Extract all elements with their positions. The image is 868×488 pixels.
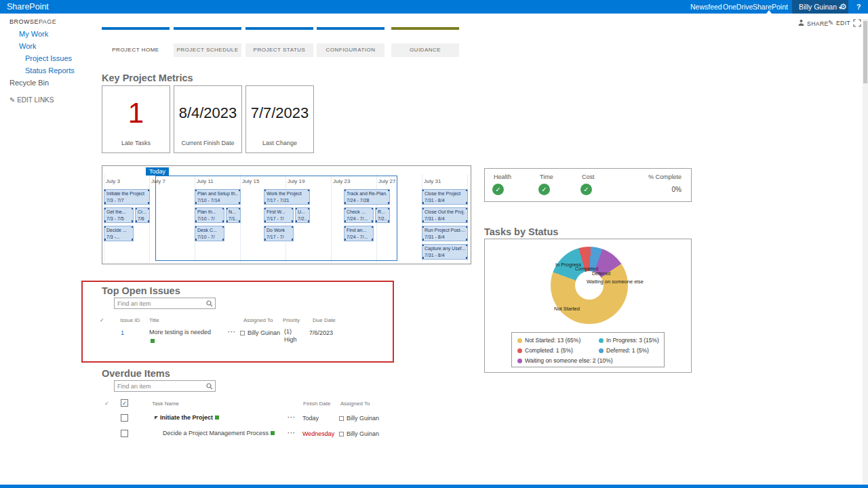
suite-nav-newsfeed[interactable]: Newsfeed: [690, 0, 722, 14]
row-checkbox[interactable]: [121, 430, 128, 437]
select-all-checkbox[interactable]: ✓: [121, 399, 128, 407]
issue-due-date: 7/6/2023: [309, 329, 333, 336]
gantt-date: July 11: [197, 178, 214, 184]
column-title[interactable]: Title: [149, 317, 159, 323]
gantt-task-bar[interactable]: Do Work7/17 - 7/: [264, 226, 294, 241]
search-icon[interactable]: [206, 300, 213, 307]
scrollbar-thumb[interactable]: [863, 21, 867, 83]
gantt-date: July 31: [424, 178, 441, 184]
overdue-task-name-cell[interactable]: Initiate the Project: [155, 414, 219, 421]
legend-item: Deferred: 1 (5%): [599, 347, 659, 354]
cost-check-icon: ✓: [580, 184, 592, 195]
metric-value: 7/7/2023: [246, 86, 313, 140]
vertical-scrollbar[interactable]: [863, 19, 868, 485]
gantt-task-bar[interactable]: Find an...7/24 - 7/...: [344, 226, 374, 241]
column-finish-date[interactable]: Finish Date: [303, 401, 330, 407]
overdue-search-input[interactable]: [115, 383, 206, 390]
help-icon[interactable]: ?: [856, 0, 861, 14]
select-all-column-icon[interactable]: ✓: [104, 401, 109, 407]
metric-card-late-tasks: 1 Late Tasks: [102, 85, 170, 153]
edit-label: EDIT: [836, 20, 850, 26]
tab-configuration[interactable]: CONFIGURATION: [317, 43, 384, 57]
gantt-task-bar[interactable]: Capture any Usef...7/31 - 8/4: [422, 244, 468, 260]
gantt-task-bar[interactable]: Cr...7/6: [135, 207, 150, 223]
gantt-task-bar[interactable]: Run Project Post-...7/31 - 8/4: [422, 226, 468, 241]
issue-title[interactable]: More testing is needed: [149, 329, 211, 336]
tab-project-schedule[interactable]: PROJECT SCHEDULE: [174, 43, 241, 57]
sharepoint-project-page: SharePoint Newsfeed OneDrive SharePoint …: [0, 0, 868, 488]
overdue-search-box: [114, 380, 216, 392]
gantt-task-bar[interactable]: Check ...7/24 - 7/...: [344, 207, 374, 223]
column-assigned-to[interactable]: Assigned To: [340, 401, 370, 407]
sidebar-item-work[interactable]: Work: [19, 42, 36, 50]
task-row-menu-icon[interactable]: ···: [288, 430, 296, 436]
gantt-date: July 15: [242, 178, 259, 184]
tab-project-home[interactable]: PROJECT HOME: [102, 43, 170, 57]
issue-id-link[interactable]: 1: [121, 329, 124, 336]
task-name[interactable]: Decide a Project Management Process: [163, 430, 269, 436]
edit-button[interactable]: ✎ EDIT: [828, 19, 850, 26]
row-checkbox[interactable]: [121, 414, 128, 422]
suite-nav-onedrive[interactable]: OneDrive: [723, 0, 753, 14]
issue-row-menu-icon[interactable]: ···: [228, 329, 236, 336]
sharepoint-logo[interactable]: SharePoint: [7, 0, 49, 14]
gantt-task-bar[interactable]: Decide ...7/3 -...: [104, 226, 134, 241]
column-due-date[interactable]: Due Date: [313, 317, 336, 323]
gantt-task-bar[interactable]: Plan th...7/10 - 7/: [195, 207, 224, 223]
gantt-task-bar[interactable]: U...7/2...: [295, 207, 310, 223]
gantt-date: July 27: [378, 178, 395, 184]
ribbon-tab-page[interactable]: PAGE: [39, 18, 56, 25]
column-priority[interactable]: Priority: [283, 317, 300, 323]
focus-icon: [853, 19, 861, 28]
column-task-name[interactable]: Task Name: [152, 401, 179, 407]
gantt-task-bar[interactable]: Get the...7/3 - 7/5: [104, 207, 134, 223]
column-assigned-to[interactable]: Assigned To: [243, 317, 273, 323]
gantt-task-bar[interactable]: N...7/1...: [226, 207, 241, 223]
issues-search-input[interactable]: [115, 300, 206, 307]
gantt-task-bar[interactable]: Close the Project7/31 - 8/4: [422, 189, 468, 205]
sidebar-item-project-issues[interactable]: Project Issues: [25, 54, 72, 62]
gantt-task-bar[interactable]: Desk C...7/10 - 7/: [195, 226, 224, 241]
percent-complete-label: % Complete: [648, 174, 682, 180]
task-name[interactable]: Initiate the Project: [160, 414, 213, 421]
select-all-column-icon[interactable]: ✓: [100, 317, 104, 323]
tab-accent-bar: [317, 27, 384, 30]
donut-label-not-started: Not Started: [554, 306, 580, 312]
legend-swatch: [517, 338, 522, 343]
sidebar-item-recycle-bin[interactable]: Recycle Bin: [9, 79, 49, 87]
gantt-date: July 7: [151, 178, 165, 184]
gantt-task-bar[interactable]: R...7/2...: [375, 207, 390, 223]
gantt-task-bar[interactable]: Work the Project7/17 - 7/21: [264, 189, 310, 205]
presence-icon: [240, 331, 245, 336]
issue-priority-level: High: [284, 336, 297, 343]
overdue-items-heading: Overdue Items: [102, 368, 170, 379]
gantt-task-bar[interactable]: Close Out the Proj...7/31 - 8/4: [422, 207, 468, 223]
ribbon-tab-browse[interactable]: BROWSE: [9, 18, 39, 25]
key-metrics-heading: Key Project Metrics: [102, 73, 193, 83]
donut-label-completed: Completed: [575, 266, 598, 271]
issue-type-icon: [151, 339, 155, 343]
task-row-menu-icon[interactable]: ···: [288, 414, 296, 421]
metric-card-current-finish: 8/4/2023 Current Finish Date: [174, 85, 242, 153]
gantt-task-bar[interactable]: Track and Re-Plan...7/24 - 7/28: [344, 189, 390, 205]
tab-project-status[interactable]: PROJECT STATUS: [245, 43, 313, 57]
gear-icon[interactable]: ⚙: [840, 0, 847, 14]
gantt-task-bar[interactable]: Initiate the Project7/3 - 7/7: [104, 189, 150, 205]
legend-item: Waiting on someone else: 2 (10%): [517, 357, 599, 364]
edit-links-button[interactable]: ✎ EDIT LINKS: [9, 96, 54, 104]
overdue-task-name-cell[interactable]: Decide a Project Management Process: [163, 430, 275, 436]
pencil-icon: ✎: [828, 19, 834, 26]
gantt-date: July 3: [106, 178, 120, 184]
focus-on-content-button[interactable]: [853, 19, 861, 28]
sidebar-item-my-work[interactable]: My Work: [19, 30, 48, 38]
search-icon[interactable]: [206, 383, 213, 390]
gantt-task-bar[interactable]: Plan and Setup th...7/10 - 7/14: [195, 189, 241, 205]
tab-guidance[interactable]: GUIDANCE: [391, 43, 459, 57]
share-button[interactable]: SHARE: [797, 19, 829, 28]
health-panel: Health Time Cost % Complete ✓ ✓ ✓ 0%: [484, 168, 692, 202]
sidebar-item-status-reports[interactable]: Status Reports: [25, 66, 75, 75]
task-type-icon: [215, 415, 219, 420]
column-issue-id[interactable]: Issue ID: [120, 317, 140, 323]
donut-label-deferred: Deferred: [592, 271, 610, 276]
gantt-task-bar[interactable]: First W...7/17 - 7/: [264, 207, 294, 223]
